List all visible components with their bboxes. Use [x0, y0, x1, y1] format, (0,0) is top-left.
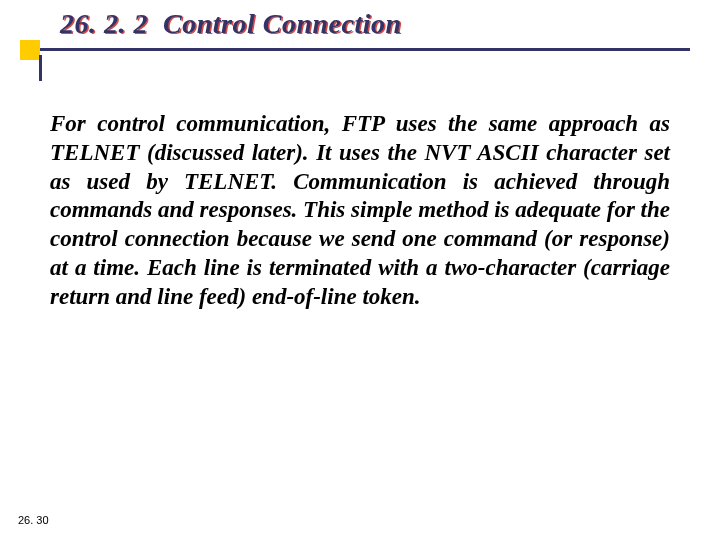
- slide-header: 26. 2. 2 Control Connection: [0, 0, 720, 56]
- accent-line: [39, 55, 42, 81]
- bullet-square: [20, 40, 40, 60]
- paragraph-body: For control communication, FTP uses the …: [50, 110, 670, 311]
- section-name: Control Connection: [163, 8, 402, 39]
- page-number: 26. 30: [18, 514, 49, 526]
- title-underline: [30, 48, 690, 51]
- section-number: 26. 2. 2: [60, 8, 148, 39]
- section-title: 26. 2. 2 Control Connection: [60, 8, 402, 40]
